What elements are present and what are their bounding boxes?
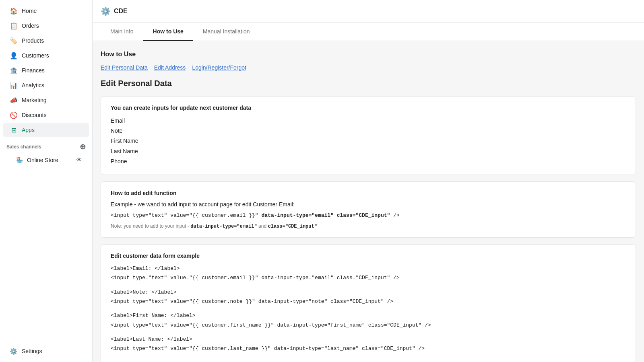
sidebar-item-orders[interactable]: 📋 Orders (3, 19, 89, 33)
code-line: <label>Note: </label> (111, 288, 626, 297)
sidebar-item-label: Home (22, 8, 37, 14)
card-inputs-info: You can create inputs for update next cu… (101, 96, 636, 175)
card-form-example: Edit customer data form example <label>E… (101, 244, 636, 362)
code-line: <input type="text" value="{{ customer.no… (111, 297, 626, 306)
sidebar-item-online-store[interactable]: 🏪 Online Store 👁 (3, 153, 89, 167)
sub-link-edit-address[interactable]: Edit Address (154, 64, 186, 71)
marketing-icon: 📣 (10, 96, 18, 104)
sidebar-item-label: Finances (22, 67, 45, 74)
sidebar-item-apps[interactable]: ⊞ Apps (3, 123, 89, 137)
settings-icon: ⚙️ (10, 347, 18, 355)
online-store-icon: 🏪 (16, 157, 23, 163)
sidebar-nav: 🏠 Home 📋 Orders 🏷️ Products 👤 Customers … (0, 0, 92, 340)
products-icon: 🏷️ (10, 37, 18, 45)
sidebar-item-customers[interactable]: 👤 Customers (3, 48, 89, 63)
code-section-lastname: <label>Last Name: </label> <input type="… (111, 335, 626, 354)
list-item: Note (111, 126, 626, 136)
tab-how-to-use[interactable]: How to Use (143, 23, 193, 41)
orders-icon: 📋 (10, 22, 18, 30)
card1-list: Email Note First Name Last Name Phone (111, 116, 626, 167)
section-heading: Edit Personal Data (101, 79, 636, 88)
sub-link-edit-personal-data[interactable]: Edit Personal Data (101, 64, 148, 71)
code-line: <input type="text" value="{{ customer.la… (111, 344, 626, 353)
sidebar-item-home[interactable]: 🏠 Home (3, 4, 89, 18)
sidebar-item-products[interactable]: 🏷️ Products (3, 33, 89, 48)
card3-code-block: <label>Email: </label> <input type="text… (111, 264, 626, 354)
sidebar-item-analytics[interactable]: 📊 Analytics (3, 78, 89, 93)
code-text: <input type="text" value="{{ customer.em… (111, 212, 258, 218)
analytics-icon: 📊 (10, 81, 18, 89)
tab-bar: Main Info How to Use Manual Installation (93, 23, 644, 41)
list-item: First Name (111, 136, 626, 146)
code-line: <label>Last Name: </label> (111, 335, 626, 344)
sales-channels-section: Sales channels ⊕ (0, 138, 92, 153)
code-line: <label>First Name: </label> (111, 311, 626, 320)
section-title: How to Use (101, 51, 636, 58)
sidebar-item-settings[interactable]: ⚙️ Settings (3, 344, 89, 358)
settings-label: Settings (22, 348, 42, 354)
sub-links: Edit Personal Data Edit Address Login/Re… (101, 64, 636, 71)
sidebar-item-label: Apps (22, 127, 35, 133)
card2-code-line: <input type="text" value="{{ customer.em… (111, 212, 626, 220)
sidebar-item-label: Customers (22, 52, 49, 59)
sidebar-item-label: Products (22, 37, 44, 44)
code-bold: data-input-type="email" class="CDE_input… (258, 212, 390, 218)
sidebar-item-discounts[interactable]: 🚫 Discounts (3, 108, 89, 122)
tab-manual-installation[interactable]: Manual Installation (193, 23, 260, 41)
sidebar: 🏠 Home 📋 Orders 🏷️ Products 👤 Customers … (0, 0, 93, 362)
app-title: CDE (114, 8, 128, 15)
sidebar-item-label: Marketing (22, 97, 46, 103)
finances-icon: 🏦 (10, 66, 18, 74)
code-section-email: <label>Email: </label> <input type="text… (111, 264, 626, 283)
home-icon: 🏠 (10, 7, 18, 15)
topbar: ⚙️ CDE (93, 0, 644, 23)
code-section-note: <label>Note: </label> <input type="text"… (111, 288, 626, 306)
sidebar-item-label: Orders (22, 23, 39, 29)
sub-link-login-register[interactable]: Login/Register/Forgot (192, 64, 246, 71)
list-item: Last Name (111, 146, 626, 156)
list-item: Phone (111, 156, 626, 167)
code-section-firstname: <label>First Name: </label> <input type=… (111, 311, 626, 330)
code-end: /> (390, 212, 399, 218)
app-icon: ⚙️ (101, 6, 111, 16)
add-sales-channel-button[interactable]: ⊕ (80, 142, 86, 151)
card1-title: You can create inputs for update next cu… (111, 105, 626, 111)
online-store-label: Online Store (27, 157, 58, 163)
card2-title: How to add edit function (111, 190, 626, 196)
tab-main-info[interactable]: Main Info (101, 23, 143, 41)
apps-icon: ⊞ (10, 126, 18, 134)
sidebar-item-label: Discounts (22, 112, 46, 118)
sidebar-settings: ⚙️ Settings (0, 340, 92, 362)
code-line: <input type="text" value="{{ customer.fi… (111, 321, 626, 330)
list-item: Email (111, 116, 626, 126)
sidebar-item-marketing[interactable]: 📣 Marketing (3, 93, 89, 107)
sidebar-item-finances[interactable]: 🏦 Finances (3, 63, 89, 78)
page-content: How to Use Edit Personal Data Edit Addre… (93, 41, 644, 362)
main-content: ⚙️ CDE Main Info How to Use Manual Insta… (93, 0, 644, 362)
code-line: <input type="text" value="{{ customer.em… (111, 273, 626, 282)
code-line: <label>Email: </label> (111, 264, 626, 273)
sidebar-item-label: Analytics (22, 82, 44, 88)
customers-icon: 👤 (10, 51, 18, 60)
card2-example-text: Example - we wand to add input to accoun… (111, 201, 626, 208)
online-store-eye-icon: 👁 (76, 156, 83, 164)
card2-note: Note: you need to add to your input - da… (111, 223, 626, 229)
discounts-icon: 🚫 (10, 111, 18, 119)
card3-title: Edit customer data form example (111, 253, 626, 259)
card-edit-function: How to add edit function Example - we wa… (101, 181, 636, 238)
